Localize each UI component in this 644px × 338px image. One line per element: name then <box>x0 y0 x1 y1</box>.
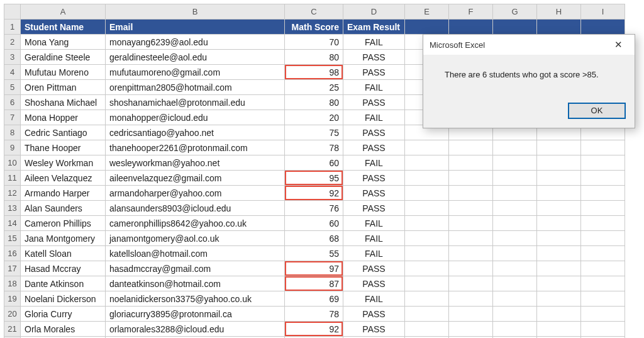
cell-student-name[interactable]: Mona Hopper <box>21 110 106 125</box>
cell[interactable] <box>493 140 537 155</box>
cell-student-name[interactable]: Katell Sloan <box>21 246 106 261</box>
cell-student-name[interactable]: Shoshana Michael <box>21 95 106 110</box>
row-header-9[interactable]: 9 <box>4 140 21 155</box>
cell-exam-result[interactable]: PASS <box>343 125 405 140</box>
cell[interactable] <box>537 307 581 322</box>
row-header-14[interactable]: 14 <box>4 216 21 231</box>
cell-math-score[interactable]: 76 <box>285 201 343 216</box>
cell[interactable] <box>449 231 493 246</box>
cell[interactable] <box>493 155 537 171</box>
cell[interactable] <box>581 276 625 291</box>
cell-email[interactable]: hasadmccray@gmail.com <box>106 261 285 276</box>
cell-math-score[interactable]: 92 <box>285 186 343 201</box>
cell-student-name[interactable]: Cedric Santiago <box>21 125 106 140</box>
cell[interactable] <box>537 140 581 155</box>
col-header-E[interactable]: E <box>405 4 449 20</box>
cell-student-name[interactable]: Armando Harper <box>21 186 106 201</box>
cell[interactable] <box>493 261 537 276</box>
row-header-3[interactable]: 3 <box>4 50 21 65</box>
row-header-10[interactable]: 10 <box>4 155 21 171</box>
cell[interactable] <box>493 246 537 261</box>
cell-math-score[interactable]: 60 <box>285 155 343 171</box>
cell[interactable] <box>537 186 581 201</box>
cell[interactable] <box>405 291 449 307</box>
row-header-15[interactable]: 15 <box>4 231 21 246</box>
cell-student-name[interactable]: Thane Hooper <box>21 140 106 155</box>
table-header-cell[interactable]: Exam Result <box>343 20 405 35</box>
cell[interactable] <box>537 322 581 337</box>
col-header-A[interactable]: A <box>21 4 106 20</box>
row-header-12[interactable]: 12 <box>4 186 21 201</box>
cell-email[interactable]: janamontgomery@aol.co.uk <box>106 231 285 246</box>
cell[interactable] <box>405 246 449 261</box>
cell[interactable] <box>493 216 537 231</box>
cell[interactable] <box>449 276 493 291</box>
cell-student-name[interactable]: Alan Saunders <box>21 201 106 216</box>
cell[interactable] <box>581 231 625 246</box>
col-header-H[interactable]: H <box>537 4 581 20</box>
cell-math-score[interactable]: 92 <box>285 322 343 337</box>
cell[interactable] <box>493 231 537 246</box>
cell-exam-result[interactable]: FAIL <box>343 246 405 261</box>
cell-student-name[interactable]: Orla Morales <box>21 322 106 337</box>
cell[interactable] <box>537 291 581 307</box>
col-header-B[interactable]: B <box>106 4 285 20</box>
cell[interactable] <box>581 186 625 201</box>
cell[interactable] <box>405 276 449 291</box>
cell[interactable] <box>405 201 449 216</box>
cell[interactable] <box>493 186 537 201</box>
cell[interactable] <box>449 216 493 231</box>
cell-email[interactable]: thanehooper2261@protonmail.com <box>106 140 285 155</box>
cell[interactable] <box>537 171 581 186</box>
cell[interactable] <box>581 216 625 231</box>
cell-email[interactable]: cedricsantiago@yahoo.net <box>106 125 285 140</box>
cell[interactable] <box>449 291 493 307</box>
cell-exam-result[interactable]: FAIL <box>343 110 405 125</box>
cell[interactable] <box>449 140 493 155</box>
cell-email[interactable]: armandoharper@yahoo.com <box>106 186 285 201</box>
cell-math-score[interactable]: 20 <box>285 110 343 125</box>
row-header-20[interactable]: 20 <box>4 307 21 322</box>
cell-math-score[interactable]: 78 <box>285 307 343 322</box>
row-header-19[interactable]: 19 <box>4 291 21 307</box>
cell-exam-result[interactable]: FAIL <box>343 216 405 231</box>
cell-student-name[interactable]: Jana Montgomery <box>21 231 106 246</box>
cell-exam-result[interactable]: PASS <box>343 261 405 276</box>
cell[interactable] <box>405 155 449 171</box>
row-header-16[interactable]: 16 <box>4 246 21 261</box>
table-header-cell[interactable]: Math Score <box>285 20 343 35</box>
cell[interactable] <box>493 307 537 322</box>
col-header-D[interactable]: D <box>343 4 405 20</box>
cell[interactable] <box>537 246 581 261</box>
cell-exam-result[interactable]: PASS <box>343 276 405 291</box>
cell[interactable] <box>581 322 625 337</box>
cell-exam-result[interactable]: PASS <box>343 65 405 80</box>
cell[interactable] <box>449 155 493 171</box>
cell-email[interactable]: orlamorales3288@icloud.edu <box>106 322 285 337</box>
cell-email[interactable]: noelanidickerson3375@yahoo.co.uk <box>106 291 285 307</box>
cell-email[interactable]: geraldinesteele@aol.edu <box>106 50 285 65</box>
cell-student-name[interactable]: Mona Yang <box>21 35 106 50</box>
cell-exam-result[interactable]: PASS <box>343 140 405 155</box>
cell[interactable] <box>449 307 493 322</box>
cell-student-name[interactable]: Noelani Dickerson <box>21 291 106 307</box>
row-header-17[interactable]: 17 <box>4 261 21 276</box>
cell[interactable] <box>449 171 493 186</box>
cell-student-name[interactable]: Wesley Workman <box>21 155 106 171</box>
cell-exam-result[interactable]: PASS <box>343 171 405 186</box>
cell-math-score[interactable]: 87 <box>285 276 343 291</box>
select-all-corner[interactable] <box>4 4 21 20</box>
col-header-I[interactable]: I <box>581 4 625 20</box>
cell-exam-result[interactable]: PASS <box>343 201 405 216</box>
cell[interactable] <box>581 291 625 307</box>
cell-math-score[interactable]: 75 <box>285 125 343 140</box>
row-header-5[interactable]: 5 <box>4 80 21 95</box>
row-header-1[interactable]: 1 <box>4 20 21 35</box>
cell-student-name[interactable]: Cameron Phillips <box>21 216 106 231</box>
cell-student-name[interactable]: Oren Pittman <box>21 80 106 95</box>
cell-email[interactable]: monayang6239@aol.edu <box>106 35 285 50</box>
cell-exam-result[interactable]: FAIL <box>343 35 405 50</box>
cell-exam-result[interactable]: PASS <box>343 50 405 65</box>
cell-math-score[interactable]: 98 <box>285 65 343 80</box>
cell-email[interactable]: monahopper@icloud.edu <box>106 110 285 125</box>
